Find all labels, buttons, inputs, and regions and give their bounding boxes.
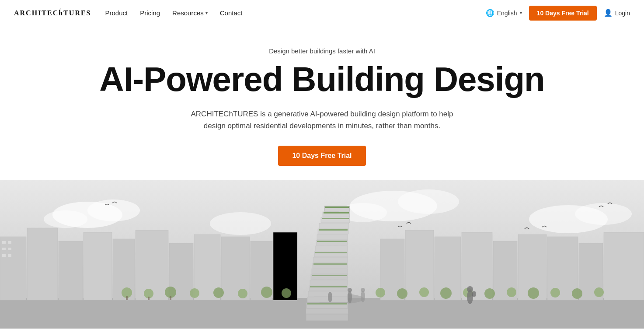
svg-rect-31 — [325, 206, 349, 208]
svg-rect-41 — [317, 241, 347, 242]
svg-rect-48 — [312, 269, 348, 274]
svg-point-95 — [328, 292, 332, 302]
svg-rect-47 — [313, 263, 347, 265]
svg-point-79 — [282, 288, 291, 298]
login-button[interactable]: 👤 Login — [604, 9, 630, 17]
svg-rect-25 — [8, 248, 11, 250]
svg-rect-98 — [472, 291, 476, 297]
svg-point-86 — [507, 287, 516, 297]
svg-point-87 — [528, 287, 539, 299]
svg-point-8 — [575, 203, 632, 225]
svg-rect-36 — [319, 223, 349, 228]
svg-point-5 — [398, 189, 459, 214]
svg-rect-14 — [84, 232, 112, 300]
svg-rect-72 — [148, 297, 150, 300]
chevron-down-icon: ▾ — [205, 10, 208, 15]
svg-point-77 — [238, 289, 247, 298]
language-selector[interactable]: 🌐 English ▾ — [486, 9, 522, 17]
nav-links: Product Pricing Resources ▾ Contact — [105, 9, 243, 17]
svg-rect-39 — [317, 234, 348, 240]
svg-point-90 — [594, 287, 604, 297]
svg-rect-53 — [310, 286, 347, 287]
nav-contact[interactable]: Contact — [220, 9, 243, 17]
svg-rect-23 — [8, 241, 11, 244]
svg-rect-24 — [2, 248, 6, 250]
svg-point-88 — [550, 288, 560, 298]
hero-description: ARCHITEChTURES is a generative AI-powere… — [187, 108, 458, 132]
svg-rect-12 — [27, 228, 58, 300]
svg-point-76 — [213, 287, 224, 298]
svg-rect-51 — [310, 280, 348, 285]
svg-point-85 — [484, 288, 495, 299]
svg-rect-68 — [604, 232, 644, 300]
nav-trial-button[interactable]: 10 Days Free Trial — [529, 6, 597, 21]
svg-point-81 — [397, 288, 407, 299]
svg-rect-57 — [307, 303, 347, 304]
svg-point-80 — [376, 288, 385, 298]
svg-rect-54 — [308, 291, 348, 297]
svg-point-75 — [190, 288, 199, 298]
svg-rect-70 — [126, 296, 128, 300]
hero-cta-button[interactable]: 10 Days Free Trial — [278, 146, 366, 166]
svg-rect-44 — [315, 252, 347, 253]
svg-point-89 — [572, 288, 582, 299]
hero-subtitle: Design better buildings faster with AI — [9, 47, 635, 55]
svg-rect-58 — [306, 308, 348, 314]
svg-rect-38 — [319, 229, 348, 231]
nav-right: 🌐 English ▾ 10 Days Free Trial 👤 Login — [486, 6, 630, 21]
nav-resources[interactable]: Resources ▾ — [172, 9, 208, 17]
bottom-section: From Idea to Design in Real-time — [0, 329, 644, 336]
svg-point-93 — [361, 291, 365, 302]
svg-rect-35 — [322, 218, 349, 219]
svg-point-9 — [210, 212, 271, 235]
svg-rect-55 — [307, 297, 348, 302]
hero-section: Design better buildings faster with AI A… — [0, 0, 644, 329]
svg-rect-16 — [136, 230, 168, 300]
svg-rect-42 — [315, 246, 348, 251]
svg-rect-61 — [405, 230, 434, 300]
svg-rect-59 — [306, 314, 348, 321]
language-chevron-icon: ▾ — [520, 10, 522, 15]
svg-point-94 — [361, 288, 365, 292]
svg-rect-45 — [313, 257, 348, 262]
svg-point-91 — [348, 291, 352, 303]
svg-point-97 — [467, 286, 473, 292]
svg-rect-27 — [8, 254, 11, 257]
svg-point-82 — [419, 287, 429, 297]
nav-left: ARCHITEChTURES Product Pricing Resources… — [14, 9, 242, 17]
navbar: ARCHITEChTURES Product Pricing Resources… — [0, 0, 644, 26]
svg-point-78 — [261, 287, 272, 298]
language-label: English — [497, 10, 517, 17]
svg-rect-11 — [0, 237, 26, 300]
logo: ARCHITEChTURES — [14, 9, 91, 17]
svg-rect-50 — [312, 275, 347, 276]
svg-point-83 — [440, 287, 452, 299]
login-label: Login — [615, 10, 630, 17]
svg-point-3 — [44, 210, 87, 228]
hero-illustration — [0, 180, 644, 329]
svg-rect-33 — [324, 212, 349, 214]
svg-rect-13 — [59, 241, 83, 300]
hero-title: AI-Powered Building Design — [9, 62, 635, 98]
nav-pricing[interactable]: Pricing — [140, 9, 160, 17]
hero-image — [0, 180, 644, 329]
user-icon: 👤 — [604, 9, 613, 17]
svg-point-2 — [87, 200, 140, 221]
globe-icon: 🌐 — [486, 9, 494, 17]
svg-rect-74 — [170, 296, 171, 300]
svg-rect-22 — [2, 241, 6, 244]
svg-point-92 — [348, 288, 352, 292]
nav-product[interactable]: Product — [105, 9, 128, 17]
svg-rect-26 — [2, 254, 6, 257]
hero-text-block: Design better buildings faster with AI A… — [0, 26, 644, 180]
